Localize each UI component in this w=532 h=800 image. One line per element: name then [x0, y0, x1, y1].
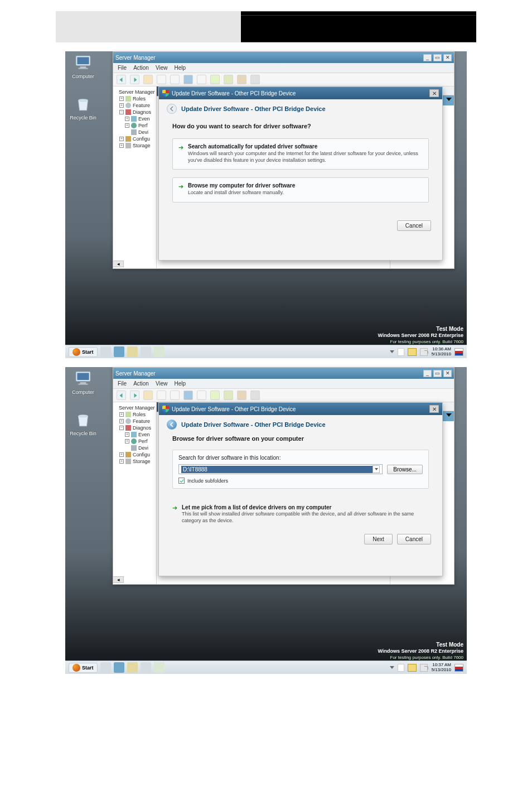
tray-flag-icon[interactable]: [398, 348, 404, 356]
toolbar-btn[interactable]: [157, 391, 166, 400]
wizard-close-icon[interactable]: ✕: [429, 405, 439, 413]
toolbar-btn[interactable]: [250, 391, 260, 400]
menu-help[interactable]: Help: [174, 65, 186, 71]
nav-tree[interactable]: Server Manager (WIN-HS3HO8C99 +Roles +Fe…: [113, 402, 157, 584]
wizard-titlebar[interactable]: Update Driver Software - Other PCI Bridg…: [159, 403, 442, 415]
toolbar-btn[interactable]: [237, 75, 246, 84]
tree-devmgr[interactable]: Devi: [138, 445, 148, 451]
toolbar-btn[interactable]: [143, 391, 153, 400]
next-button[interactable]: Next: [364, 534, 393, 544]
toolbar-btn[interactable]: [143, 75, 153, 84]
maximize-button[interactable]: ▭: [433, 370, 442, 377]
forward-icon[interactable]: [130, 391, 139, 400]
menu-file[interactable]: File: [118, 380, 127, 387]
desktop-computer-icon[interactable]: Computer: [66, 368, 100, 395]
tree-config[interactable]: Configu: [133, 452, 150, 457]
toolbar-btn[interactable]: [157, 75, 166, 84]
close-button[interactable]: ✕: [443, 54, 452, 61]
taskbar-ie-icon[interactable]: [114, 662, 124, 673]
wizard-back-icon[interactable]: [167, 420, 177, 430]
scroll-left-icon[interactable]: ◂: [113, 261, 124, 267]
menu-action[interactable]: Action: [133, 65, 149, 71]
dropdown-icon[interactable]: [373, 465, 380, 473]
menu-view[interactable]: View: [156, 380, 168, 387]
tree-perf[interactable]: Perf: [138, 123, 148, 128]
tray-flag-icon[interactable]: [398, 664, 404, 672]
taskbar-explorer-icon[interactable]: [127, 662, 138, 673]
cancel-button[interactable]: Cancel: [397, 534, 431, 544]
tree-roles[interactable]: Roles: [133, 96, 146, 102]
start-button[interactable]: Start: [69, 347, 98, 357]
scroll-left-icon[interactable]: ◂: [113, 576, 124, 583]
clock[interactable]: 10:36 AM 5/13/2010: [431, 347, 451, 356]
wizard-back-icon[interactable]: [167, 104, 177, 114]
taskbar-ie-icon[interactable]: [114, 346, 124, 357]
desktop-recycle-icon[interactable]: Recycle Bin: [66, 94, 100, 121]
taskbar-servermanager-icon[interactable]: [100, 346, 111, 357]
toolbar-btn[interactable]: [237, 391, 246, 400]
tray-overflow-icon[interactable]: [390, 666, 394, 669]
maximize-button[interactable]: ▭: [433, 54, 442, 61]
browse-button[interactable]: Browse...: [387, 465, 423, 474]
tray-network-icon[interactable]: [408, 664, 417, 672]
nav-tree[interactable]: Server Manager (WIN-HS3HO8C99 +Roles +Fe…: [113, 86, 157, 268]
taskbar-explorer-icon[interactable]: [127, 346, 138, 357]
toolbar-btn[interactable]: [224, 391, 233, 400]
taskbar-app-icon[interactable]: [154, 662, 165, 673]
desktop-computer-icon[interactable]: Computer: [66, 52, 100, 79]
tree-features[interactable]: Feature: [133, 418, 150, 424]
window-titlebar[interactable]: Server Manager _ ▭ ✕: [113, 52, 454, 63]
option-browse-computer[interactable]: ➔ Browse my computer for driver software…: [172, 177, 429, 203]
start-button[interactable]: Start: [69, 663, 98, 673]
tree-diagnostics[interactable]: Diagnos: [133, 425, 151, 431]
option-search-auto[interactable]: ➔ Search automatically for updated drive…: [172, 138, 429, 170]
toolbar-btn[interactable]: [210, 75, 220, 84]
back-icon[interactable]: [117, 75, 126, 84]
tree-event[interactable]: Even: [138, 116, 150, 122]
menu-action[interactable]: Action: [133, 380, 149, 387]
taskbar-app-icon[interactable]: [141, 662, 151, 673]
taskbar-app-icon[interactable]: [154, 346, 165, 357]
toolbar-btn[interactable]: [197, 75, 206, 84]
toolbar-btn[interactable]: [210, 391, 220, 400]
tree-storage[interactable]: Storage: [133, 459, 151, 464]
minimize-button[interactable]: _: [423, 370, 432, 377]
tray-locale-icon[interactable]: [454, 348, 463, 356]
help-icon[interactable]: [183, 75, 193, 84]
back-icon[interactable]: [117, 391, 126, 400]
minimize-button[interactable]: _: [423, 54, 432, 61]
wizard-titlebar[interactable]: Update Driver Software - Other PCI Bridg…: [159, 87, 442, 99]
tray-volume-icon[interactable]: [420, 348, 428, 356]
tray-volume-icon[interactable]: [420, 664, 428, 672]
toolbar-btn[interactable]: [250, 75, 260, 84]
toolbar-btn[interactable]: [170, 391, 180, 400]
tree-diagnostics[interactable]: Diagnos: [133, 109, 151, 115]
taskbar-servermanager-icon[interactable]: [100, 662, 111, 673]
help-icon[interactable]: [183, 391, 193, 400]
taskbar-app-icon[interactable]: [141, 346, 151, 357]
clock[interactable]: 10:37 AM 5/13/2010: [431, 663, 451, 672]
menu-view[interactable]: View: [156, 65, 168, 71]
option-pick-from-list[interactable]: ➔ Let me pick from a list of device driv…: [172, 504, 429, 524]
path-input[interactable]: [181, 466, 373, 473]
tray-network-icon[interactable]: [408, 348, 417, 356]
toolbar-btn[interactable]: [170, 75, 180, 84]
tree-roles[interactable]: Roles: [133, 412, 146, 417]
close-button[interactable]: ✕: [443, 370, 452, 377]
tree-root[interactable]: Server Manager (WIN-HS3HO8C99: [119, 405, 157, 411]
window-titlebar[interactable]: Server Manager _ ▭ ✕: [113, 368, 454, 379]
tree-storage[interactable]: Storage: [133, 143, 151, 148]
tree-config[interactable]: Configu: [133, 136, 150, 142]
tree-features[interactable]: Feature: [133, 103, 150, 108]
wizard-close-icon[interactable]: ✕: [429, 89, 439, 97]
tree-root[interactable]: Server Manager (WIN-HS3HO8C99: [119, 89, 157, 95]
include-subfolders-checkbox[interactable]: [178, 478, 185, 484]
menu-help[interactable]: Help: [174, 380, 186, 387]
menu-file[interactable]: File: [118, 65, 127, 71]
tree-perf[interactable]: Perf: [138, 438, 148, 444]
toolbar-btn[interactable]: [224, 75, 233, 84]
path-combobox[interactable]: [178, 464, 383, 474]
tray-overflow-icon[interactable]: [390, 350, 394, 353]
tree-devmgr[interactable]: Devi: [138, 129, 148, 135]
forward-icon[interactable]: [130, 75, 139, 84]
